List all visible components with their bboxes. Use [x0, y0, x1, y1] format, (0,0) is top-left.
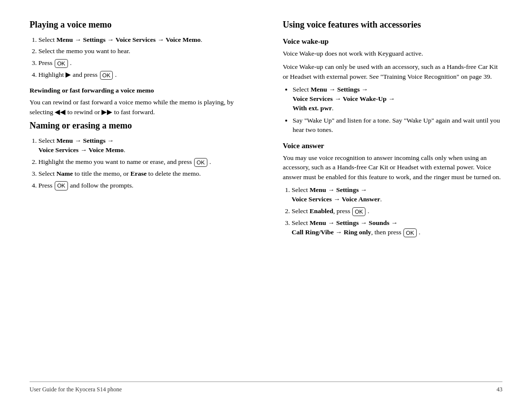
ok-icon-5: OK — [352, 207, 366, 216]
rewinding-body: You can rewind or fast forward a voice m… — [30, 97, 249, 117]
left-column: Playing a voice memo Select Menu → Setti… — [30, 20, 254, 377]
playing-step-4: Highlight ▶ and press OK . — [38, 70, 249, 80]
section-rewinding: Rewinding or fast forwarding a voice mem… — [30, 87, 249, 117]
ok-icon-6: OK — [403, 228, 417, 237]
playing-step-2: Select the memo you want to hear. — [38, 47, 249, 56]
ok-icon-1: OK — [55, 59, 68, 68]
voice-wakeup-body2: Voice Wake-up can only be used with an a… — [283, 62, 502, 81]
section-title-naming: Naming or erasing a memo — [30, 121, 249, 131]
right-column: Using voice features with accessories Vo… — [278, 20, 502, 377]
voice-answer-step-1: Select Menu → Settings → Voice Services … — [292, 186, 502, 204]
voice-wakeup-title: Voice wake-up — [283, 37, 502, 46]
section-title-voice-features: Using voice features with accessories — [283, 20, 502, 31]
playing-step-3: Press OK . — [38, 59, 249, 68]
footer-left-text: User Guide for the Kyocera S14 phone — [30, 386, 122, 393]
ok-icon-3: OK — [194, 158, 207, 167]
page: Playing a voice memo Select Menu → Setti… — [0, 0, 532, 413]
section-title-playing: Playing a voice memo — [30, 20, 249, 31]
naming-step-2: Highlight the memo you want to name or e… — [38, 158, 249, 167]
playing-step-1: Select Menu → Settings → Voice Services … — [38, 35, 249, 45]
naming-steps-list: Select Menu → Settings → Voice Services … — [38, 136, 249, 191]
playing-steps-list: Select Menu → Settings → Voice Services … — [38, 35, 249, 80]
page-footer: User Guide for the Kyocera S14 phone 43 — [30, 381, 502, 393]
voice-wakeup-bullets: Select Menu → Settings → Voice Services … — [293, 85, 502, 134]
voice-answer-step-2: Select Enabled, press OK . — [292, 207, 502, 216]
ok-icon-4: OK — [55, 181, 68, 190]
naming-step-4: Press OK and follow the prompts. — [38, 181, 249, 191]
voice-answer-step-3: Select Menu → Settings → Sounds → Call R… — [292, 219, 502, 237]
voice-wakeup-body1: Voice Wake-up does not work with Keyguar… — [283, 49, 502, 59]
section-voice-wakeup: Voice wake-up Voice Wake-up does not wor… — [283, 37, 502, 135]
section-playing-voice-memo: Playing a voice memo Select Menu → Setti… — [30, 20, 249, 80]
section-voice-features: Using voice features with accessories — [283, 20, 502, 31]
section-voice-answer: Voice answer You may use voice recogniti… — [283, 142, 502, 237]
voice-wakeup-bullet-2: Say "Wake Up" and listen for a tone. Say… — [293, 116, 502, 135]
voice-wakeup-bullet-1: Select Menu → Settings → Voice Services … — [293, 85, 502, 113]
naming-step-3: Select Name to title the memo, or Erase … — [38, 169, 249, 179]
voice-answer-steps: Select Menu → Settings → Voice Services … — [292, 186, 502, 237]
footer-page-number: 43 — [497, 386, 502, 393]
ok-icon-2: OK — [100, 71, 113, 80]
voice-answer-body: You may use voice recognition to answer … — [283, 153, 502, 182]
section-naming-erasing: Naming or erasing a memo Select Menu → S… — [30, 121, 249, 190]
rewinding-title: Rewinding or fast forwarding a voice mem… — [30, 87, 249, 95]
naming-step-1: Select Menu → Settings → Voice Services … — [38, 136, 249, 155]
voice-answer-title: Voice answer — [283, 142, 502, 150]
